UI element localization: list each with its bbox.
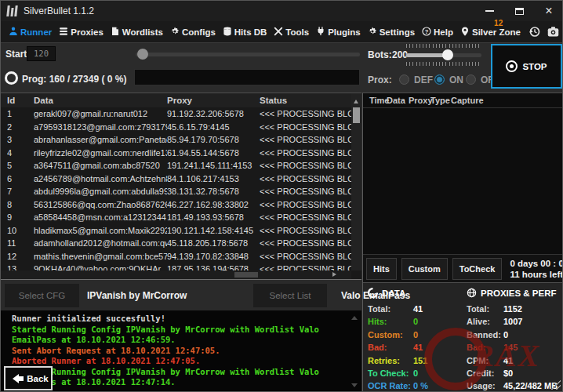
stat-value: 151 bbox=[413, 356, 427, 365]
table-row[interactable]: 139OKHAr40@yahoo.com:9OKHAr187.95.136.19… bbox=[1, 263, 351, 270]
log-scroll-down-icon[interactable] bbox=[351, 383, 358, 387]
stop-button[interactable]: STOP bbox=[491, 44, 562, 89]
menu-item-tools[interactable]: Tools bbox=[274, 27, 309, 38]
cell-proxy: 46.227.162.98:33802 bbox=[167, 200, 260, 209]
column-id[interactable]: Id bbox=[7, 96, 34, 105]
back-button[interactable]: Back bbox=[4, 366, 53, 390]
prox-def-radio[interactable] bbox=[399, 74, 409, 85]
close-button[interactable]: × bbox=[540, 4, 558, 18]
cell-status: <<< PROCESSING BLOCK bbox=[260, 174, 351, 183]
hitsdb-icon bbox=[223, 27, 232, 38]
column-data[interactable]: Data bbox=[34, 96, 167, 105]
select-list-button[interactable]: Select List bbox=[253, 284, 327, 307]
log-line: Started Running Config IPVanish by MrCor… bbox=[12, 325, 344, 346]
menu-item-plugins[interactable]: Plugins bbox=[316, 27, 361, 38]
column-type[interactable]: Type bbox=[430, 96, 451, 105]
scroll-right-icon[interactable] bbox=[332, 272, 339, 277]
cell-id: 13 bbox=[7, 264, 34, 270]
table-row[interactable]: 7abdul9996la@gmail.com:abdulla9938.131.3… bbox=[1, 185, 351, 198]
history-icon[interactable] bbox=[528, 26, 542, 38]
log-line: Started Running Config IPVanish by MrCor… bbox=[12, 367, 344, 388]
stop-button-label: STOP bbox=[522, 62, 547, 71]
cell-data: hladikmax5@gmail.com:Maxik2292 bbox=[34, 226, 167, 235]
tab-tocheck[interactable]: ToCheck bbox=[452, 258, 503, 280]
log-scroll-up-icon[interactable] bbox=[351, 316, 358, 320]
menu-item-runner[interactable]: Runner bbox=[9, 27, 52, 38]
back-arrow-icon bbox=[8, 374, 24, 383]
stat-value: 1152 bbox=[503, 304, 522, 314]
column-proxy[interactable]: Proxy bbox=[167, 96, 260, 105]
bots-slider[interactable] bbox=[406, 49, 481, 60]
table-row[interactable]: 11adamholland2012@hotmail.com:qw45.118.2… bbox=[1, 237, 351, 250]
progress-label: Prog: 160 / 27349 ( 0 %) bbox=[22, 74, 126, 85]
tools-icon bbox=[274, 27, 283, 38]
cell-data: mathis.thevenin@gmail.com:bce572 bbox=[34, 252, 167, 261]
table-row[interactable]: 12mathis.thevenin@gmail.com:bce57294.139… bbox=[1, 250, 351, 263]
horizontal-scrollbar[interactable] bbox=[1, 270, 351, 279]
start-slider-handle[interactable] bbox=[137, 49, 148, 60]
stat-row: Usage:45,22/482 MB bbox=[467, 379, 558, 392]
column-proxy[interactable]: Proxy bbox=[409, 96, 430, 105]
table-row[interactable]: 2a7959318123@gmail.com:z7931793345.6.15.… bbox=[1, 121, 351, 134]
runner-icon bbox=[9, 27, 18, 38]
tab-custom[interactable]: Custom bbox=[401, 258, 448, 280]
cell-id: 7 bbox=[7, 187, 34, 196]
cell-id: 4 bbox=[7, 148, 34, 158]
maximize-button[interactable] bbox=[510, 4, 528, 18]
menu-item-settings[interactable]: Settings bbox=[368, 27, 415, 38]
minimize-button[interactable] bbox=[481, 4, 498, 18]
table-row[interactable]: 1gerakl097@gmail.ru:narut01291.192.32.20… bbox=[1, 107, 351, 121]
table-row[interactable]: 4rileyfrizzle02@gmail.com:nerdlife1361.9… bbox=[1, 147, 351, 160]
table-row[interactable]: 10hladikmax5@gmail.com:Maxik2292190.121.… bbox=[1, 224, 351, 238]
prox-off-radio[interactable] bbox=[466, 74, 476, 85]
cell-proxy: 187.95.136.194:5678 bbox=[167, 264, 260, 270]
table-row[interactable]: 9a58584458@msn.com:a12312344181.49.193.9… bbox=[1, 211, 351, 224]
table-row[interactable]: 3abrahanlasser@gmail.com:Panetada85.94.1… bbox=[1, 133, 351, 147]
stat-label: Usage: bbox=[467, 379, 503, 392]
cell-id: 12 bbox=[7, 252, 34, 261]
start-input[interactable]: 120 bbox=[27, 46, 56, 61]
vertical-scrollbar[interactable] bbox=[351, 93, 361, 270]
menu-item-hits-db[interactable]: Hits DB bbox=[223, 27, 267, 38]
menu-item-proxies[interactable]: Proxies bbox=[59, 27, 104, 38]
menu-item-help[interactable]: ?Help bbox=[422, 27, 453, 38]
cell-id: 9 bbox=[7, 212, 34, 222]
stat-row: Hits:0 bbox=[368, 315, 428, 328]
bots-slider-ticks bbox=[406, 44, 482, 48]
column-data[interactable]: Data bbox=[387, 96, 409, 105]
prox-on-radio[interactable] bbox=[434, 74, 445, 85]
cell-id: 6 bbox=[7, 174, 34, 183]
scrollbar-thumb[interactable] bbox=[234, 272, 258, 278]
wordlists-icon bbox=[111, 27, 120, 38]
menu-bar: RunnerProxiesWordlistsConfigsHits DBTool… bbox=[1, 21, 563, 43]
stat-label: Hits: bbox=[368, 315, 413, 328]
tab-hits[interactable]: Hits bbox=[366, 258, 397, 280]
table-row[interactable]: 5a3647511@gmail.com:abc87520191.241.145.… bbox=[1, 159, 351, 172]
menu-item-configs[interactable]: Configs bbox=[170, 27, 216, 38]
stat-label: Bad: bbox=[368, 341, 413, 354]
column-status[interactable]: Status bbox=[260, 96, 361, 105]
cell-proxy: 191.241.145.111:4153 bbox=[167, 161, 260, 170]
menu-item-wordlists[interactable]: Wordlists bbox=[111, 27, 163, 38]
menu-item-label: Configs bbox=[182, 27, 216, 37]
column-time[interactable]: Time bbox=[369, 96, 387, 105]
bots-slider-handle[interactable] bbox=[442, 49, 453, 60]
help-icon: ? bbox=[422, 27, 431, 38]
stat-value: 45,22/482 MB bbox=[503, 381, 558, 390]
cell-proxy: 45.118.205.178:5678 bbox=[167, 238, 260, 248]
cell-id: 10 bbox=[7, 226, 34, 235]
results-table: Id Data Proxy Status 1gerakl097@gmail.ru… bbox=[1, 93, 361, 280]
selected-config-value: IPVanish by MrCorrow bbox=[87, 290, 187, 301]
column-capture[interactable]: Capture bbox=[451, 96, 484, 105]
menu-item-silver-zone[interactable]: Silver Zone12 bbox=[460, 27, 521, 38]
table-row[interactable]: 6a2456789@hotmail.com:Achtzehn884.1.106.… bbox=[1, 172, 351, 186]
start-slider[interactable] bbox=[136, 49, 360, 60]
camera-icon[interactable] bbox=[547, 26, 561, 38]
cell-status: <<< PROCESSING BLOCK bbox=[260, 135, 351, 144]
stat-row: Retries:151 bbox=[368, 354, 428, 367]
prox-on-label: ON bbox=[449, 74, 463, 85]
scrollbar-thumb[interactable] bbox=[353, 107, 360, 123]
scroll-up-icon[interactable] bbox=[354, 97, 358, 103]
table-row[interactable]: 8563125866@qq.com:Zhao868762646.227.162.… bbox=[1, 198, 351, 212]
select-config-button[interactable]: Select CFG bbox=[5, 284, 79, 307]
